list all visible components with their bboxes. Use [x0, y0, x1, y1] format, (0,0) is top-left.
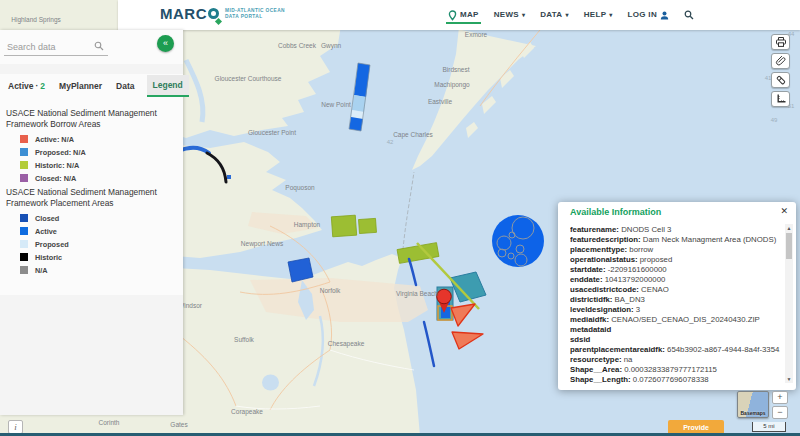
legend-label: Active: N/A	[35, 135, 74, 144]
tab-data[interactable]: Data	[114, 76, 136, 96]
tab-legend[interactable]: Legend	[147, 75, 189, 97]
attribute-row: metadataid	[570, 325, 780, 335]
legend-item: Closed	[20, 214, 177, 223]
legend-swatch	[20, 174, 28, 182]
attribute-row: enddate: 10413792000000	[570, 275, 780, 285]
app-window: Highland SpringsCobbs CreekGwynnGloucest…	[0, 0, 800, 436]
marco-logo[interactable]: MARC Mid-Atlantic OceanData Portal	[160, 5, 285, 22]
attribute-row: featurename: DNODS Cell 3	[570, 225, 780, 235]
attribute-row: operationalstatus: proposed	[570, 255, 780, 265]
attribute-row: usacedistrictcode: CENAO	[570, 285, 780, 295]
lake-drummond	[262, 375, 279, 391]
sidebar-search-row: Search data «	[0, 30, 183, 64]
legend-label: Active	[35, 227, 57, 236]
sidebar: Search data « Active·2 MyPlanner Data Le…	[0, 30, 183, 415]
logo-pin-icon	[208, 8, 219, 19]
scrollbar-thumb[interactable]	[786, 233, 792, 259]
legend-swatch	[20, 227, 28, 235]
nav-help[interactable]: HELP▾	[584, 0, 613, 30]
legend-section-title: USACE National Sediment Management Frame…	[6, 187, 177, 209]
legend-item: Proposed: N/A	[20, 148, 177, 157]
legend-panel: USACE National Sediment Management Frame…	[0, 98, 183, 295]
logo-text: MARC	[160, 5, 207, 22]
paperclip-icon	[775, 55, 787, 67]
legend-label: Proposed: N/A	[35, 148, 86, 157]
basemaps-button[interactable]: Basemaps	[737, 391, 769, 418]
legend-swatch	[20, 135, 28, 143]
top-header: MARC Mid-Atlantic OceanData Portal MAP N…	[118, 0, 800, 30]
attribute-row: featuredescription: Dam Neck Managment A…	[570, 235, 780, 245]
attribute-row: parentplacementareaidfk: 654b3902-a867-4…	[570, 345, 780, 355]
nav-news[interactable]: NEWS▾	[494, 0, 526, 30]
chevron-down-icon: ▾	[565, 0, 568, 30]
info-button[interactable]: i	[8, 420, 23, 434]
zoom-in-button[interactable]: +	[772, 391, 788, 404]
search-icon	[94, 41, 104, 51]
tab-active[interactable]: Active·2	[6, 76, 47, 96]
tab-myplanner[interactable]: MyPlanner	[57, 76, 104, 96]
legend-label: Closed	[35, 214, 59, 223]
scroll-up-icon[interactable]: ▲	[785, 225, 793, 231]
legend-item: Active	[20, 227, 177, 236]
legend-item: Historic: N/A	[20, 161, 177, 170]
legend-item: Closed: N/A	[20, 174, 177, 183]
zoom-out-button[interactable]: −	[772, 406, 788, 419]
ruler-icon	[775, 93, 787, 105]
close-icon[interactable]: ✕	[780, 206, 788, 216]
legend-item: N/A	[20, 266, 177, 275]
basemaps-label: Basemaps	[738, 410, 768, 416]
print-button[interactable]	[771, 34, 790, 50]
attribute-row: mediaidfk: CENAO/SED_CENAO_DIS_20240430.…	[570, 315, 780, 325]
map-pin-icon	[448, 10, 457, 21]
printer-icon	[775, 36, 787, 48]
eraser-icon	[775, 74, 787, 86]
attach-button[interactable]	[771, 53, 790, 69]
available-information-popup: Available Information ✕ featurename: DNO…	[558, 202, 796, 390]
legend-swatch	[20, 240, 28, 248]
nav-login[interactable]: LOG IN	[628, 0, 669, 30]
attribute-row: resourcetype: na	[570, 355, 780, 365]
popup-scrollbar[interactable]: ▲ ▼	[785, 224, 793, 383]
attribute-row: leveldesignation: 3	[570, 305, 780, 315]
legend-label: Proposed	[35, 240, 69, 249]
collapse-sidebar-button[interactable]: «	[157, 35, 174, 52]
sidebar-tabs: Active·2 MyPlanner Data Legend	[0, 74, 183, 98]
attribute-row: placementtype: borrow	[570, 245, 780, 255]
popup-attribute-list: featurename: DNODS Cell 3featuredescript…	[570, 225, 780, 384]
erase-button[interactable]	[771, 72, 790, 88]
legend-swatch	[20, 214, 28, 222]
small-blue-marker[interactable]	[227, 175, 231, 179]
attribute-row: Shape__Length: 0.0726077696078338	[570, 375, 780, 384]
nav-search[interactable]	[684, 0, 694, 30]
legend-item: Historic	[20, 253, 177, 262]
legend-label: Historic: N/A	[35, 161, 79, 170]
search-input[interactable]: Search data	[4, 38, 108, 56]
attribute-row: startdate: -2209161600000	[570, 265, 780, 275]
legend-label: N/A	[35, 266, 48, 275]
legend-item: Proposed	[20, 240, 177, 249]
scroll-down-icon[interactable]: ▼	[785, 376, 793, 382]
legend-swatch	[20, 266, 28, 274]
chevron-down-icon: ▾	[609, 0, 612, 30]
map-toolbar	[771, 34, 790, 107]
attribute-row: districtidfk: BA_DN3	[570, 295, 780, 305]
legend-swatch	[20, 253, 28, 261]
user-icon	[660, 11, 669, 20]
search-icon	[684, 10, 694, 20]
popup-title: Available Information	[570, 207, 661, 217]
legend-label: Historic	[35, 253, 62, 262]
chevron-down-icon: ▾	[522, 0, 525, 30]
proposed-placement-circle[interactable]	[492, 215, 544, 267]
legend-item: Active: N/A	[20, 135, 177, 144]
main-nav: MAP NEWS▾ DATA▾ HELP▾ LOG IN	[448, 0, 694, 30]
attribute-row: sdsid	[570, 335, 780, 345]
legend-label: Closed: N/A	[35, 174, 76, 183]
logo-subtitle: Mid-Atlantic OceanData Portal	[225, 8, 285, 20]
legend-swatch	[20, 148, 28, 156]
legend-section-title: USACE National Sediment Management Frame…	[6, 108, 177, 130]
map-scale-bar: 5 mi	[752, 422, 786, 432]
nav-data[interactable]: DATA▾	[540, 0, 569, 30]
attribute-row: Shape__Area: 0.00032833879777172115	[570, 365, 780, 375]
nav-map[interactable]: MAP	[448, 0, 479, 30]
measure-button[interactable]	[771, 91, 790, 107]
